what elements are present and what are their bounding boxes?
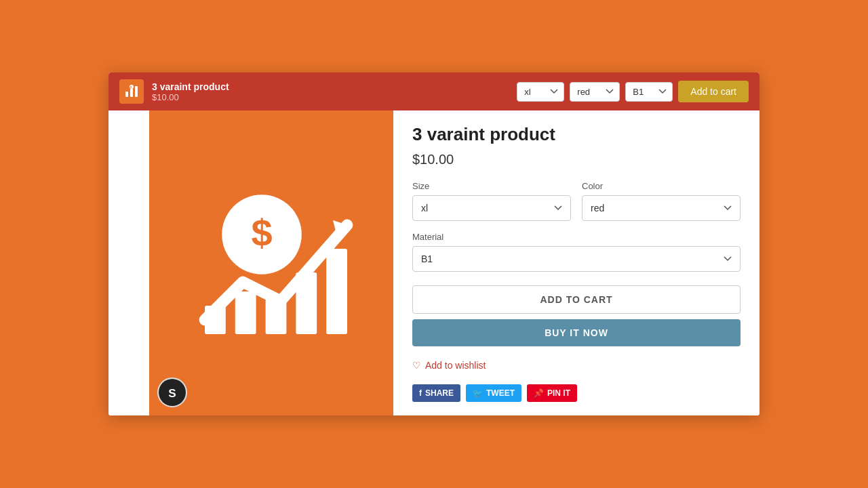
product-image-icon: $: [176, 168, 366, 358]
share-label: SHARE: [425, 388, 454, 398]
size-select[interactable]: xl l m s: [412, 195, 571, 221]
nav-product-price: $10.00: [152, 92, 509, 102]
svg-text:S: S: [168, 386, 176, 400]
nav-color-select[interactable]: red blue green: [570, 82, 620, 102]
product-image-section: $ S: [108, 110, 393, 415]
wishlist-label: Add to wishlist: [425, 360, 486, 371]
color-label: Color: [582, 181, 741, 191]
facebook-icon: f: [419, 388, 422, 398]
tweet-label: TWEET: [486, 388, 515, 398]
nav-product-name: 3 varaint product: [152, 81, 509, 92]
buy-now-button[interactable]: BUY IT NOW: [412, 319, 741, 346]
product-title: 3 varaint product: [412, 124, 741, 145]
logo-icon: $: [123, 83, 140, 100]
svg-rect-10: [266, 299, 287, 334]
share-facebook-button[interactable]: f SHARE: [412, 384, 460, 402]
twitter-icon: 🐦: [473, 388, 483, 398]
nav-size-select[interactable]: xl l m s: [517, 82, 564, 102]
svg-rect-8: [205, 306, 226, 334]
share-twitter-button[interactable]: 🐦 TWEET: [466, 384, 521, 402]
size-label: Size: [412, 181, 571, 191]
color-group: Color red blue green: [582, 181, 741, 221]
nav-add-to-cart-button[interactable]: Add to cart: [678, 81, 749, 102]
wishlist-link[interactable]: ♡ Add to wishlist: [412, 360, 741, 371]
svg-rect-2: [135, 86, 138, 97]
product-details: 3 varaint product $10.00 Size xl l m s C…: [393, 110, 760, 415]
store-logo: $: [119, 79, 144, 104]
shopify-icon: S: [159, 298, 186, 415]
svg-rect-9: [235, 291, 256, 334]
product-image-main: $ S: [149, 110, 393, 415]
svg-rect-0: [125, 92, 128, 97]
material-select[interactable]: B1 B2 B3: [412, 246, 741, 272]
shopify-badge: S: [157, 378, 187, 407]
heart-icon: ♡: [412, 360, 421, 371]
pin-label: PIN IT: [547, 388, 570, 398]
color-select[interactable]: red blue green: [582, 195, 741, 221]
svg-rect-12: [326, 249, 347, 334]
svg-text:$: $: [251, 211, 272, 254]
add-to-cart-button[interactable]: ADD TO CART: [412, 285, 741, 314]
pinterest-icon: 📌: [534, 388, 544, 398]
svg-rect-1: [130, 89, 133, 97]
svg-rect-11: [296, 272, 317, 334]
share-pinterest-button[interactable]: 📌 PIN IT: [527, 384, 577, 402]
social-share: f SHARE 🐦 TWEET 📌 PIN IT: [412, 384, 741, 402]
size-color-row: Size xl l m s Color red blue green: [412, 181, 741, 221]
main-content: $ S: [108, 110, 760, 415]
material-label: Material: [412, 232, 741, 242]
browser-window: $ 3 varaint product $10.00 xl l m s red …: [108, 73, 760, 415]
nav-material-select[interactable]: B1 B2 B3: [625, 82, 673, 102]
nav-bar: $ 3 varaint product $10.00 xl l m s red …: [108, 73, 760, 110]
nav-product-info: 3 varaint product $10.00: [152, 81, 509, 102]
product-price: $10.00: [412, 152, 741, 167]
size-group: Size xl l m s: [412, 181, 571, 221]
material-row: Material B1 B2 B3: [412, 232, 741, 272]
nav-controls: xl l m s red blue green B1 B2 B3 Add to …: [517, 81, 749, 102]
thumbnail-strip: [108, 110, 149, 415]
